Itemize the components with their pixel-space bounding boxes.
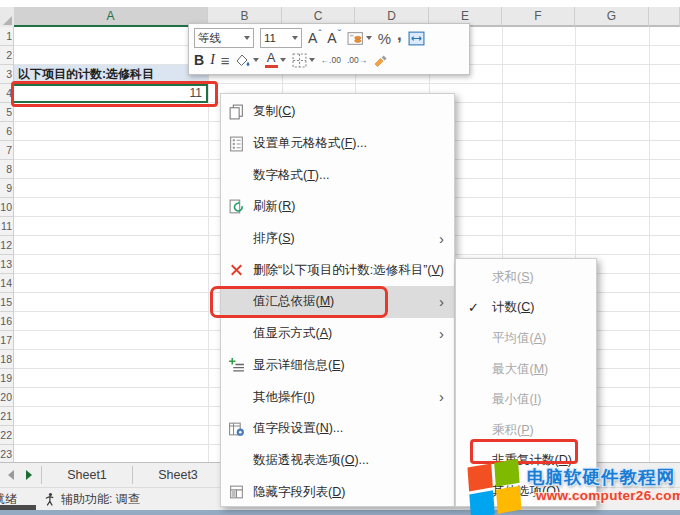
row-header-12[interactable]: 12 — [0, 236, 14, 255]
delete-x-icon — [228, 262, 245, 279]
row-header-10[interactable]: 10 — [0, 198, 14, 217]
submenu-items: 求和(S)✓计数(C)平均值(A)最大值(M)最小值(I)乘积(P)非重复计数(… — [456, 262, 596, 507]
row-header-19[interactable]: 19 — [0, 369, 14, 388]
prev-sheet-icon[interactable] — [7, 470, 15, 480]
row-header-1[interactable]: 1 — [0, 27, 14, 46]
menu-item-refresh[interactable]: 刷新(R) — [221, 191, 454, 223]
menu-item-copy[interactable]: 复制(C) — [221, 96, 454, 128]
accounting-format-button[interactable] — [347, 31, 372, 46]
accessibility-person-icon — [43, 492, 56, 507]
menu-item-show-details[interactable]: 显示详细信息(E) — [221, 350, 454, 382]
field-settings-icon — [228, 420, 245, 437]
comma-style-button[interactable]: , — [397, 28, 402, 48]
column-header-G[interactable]: G — [575, 7, 649, 27]
row-header-16[interactable]: 16 — [0, 312, 14, 331]
submenu-item-max[interactable]: 最大值(M) — [456, 354, 596, 385]
menu-item-label: 复制(C) — [253, 103, 295, 120]
merge-center-button[interactable] — [408, 31, 425, 46]
align-lines-button[interactable]: ≡ — [221, 52, 229, 69]
italic-button[interactable]: I — [210, 52, 215, 68]
annotation-rect-summarize-values — [210, 286, 388, 318]
row-header-13[interactable]: 13 — [0, 255, 14, 274]
sheet-tab-sheet1[interactable]: Sheet1 — [42, 463, 132, 487]
row-header-21[interactable]: 21 — [0, 407, 14, 426]
menu-item-additional-actions[interactable]: 其他操作(I)› — [221, 381, 454, 413]
row-header-8[interactable]: 8 — [0, 160, 14, 179]
menu-item-number-format[interactable]: 数字格式(T)... — [221, 159, 454, 191]
checkmark-icon: ✓ — [468, 300, 479, 315]
select-all-corner[interactable] — [0, 7, 15, 29]
menu-item-label: 其他操作(I) — [253, 389, 315, 406]
submenu-item-count[interactable]: ✓计数(C) — [456, 293, 596, 324]
menu-item-format-cells[interactable]: 设置单元格格式(F)... — [221, 128, 454, 160]
accessibility-status[interactable]: 辅助功能: 调查 — [43, 491, 140, 508]
excel-window: 1234567891011121314151617181920212223 以下… — [0, 0, 680, 515]
row-header-6[interactable]: 6 — [0, 122, 14, 141]
menu-item-label: 值显示方式(A) — [253, 325, 332, 342]
column-header-partial[interactable] — [649, 7, 680, 27]
submenu-item-label: 最大值(M) — [492, 361, 548, 378]
row-header-17[interactable]: 17 — [0, 331, 14, 350]
show-details-icon — [228, 357, 245, 374]
comma-icon: , — [397, 25, 402, 45]
mini-toolbar-row1: 等线 11 Aˆ Aˇ % , — [194, 27, 464, 49]
row-header-23[interactable]: 23 — [0, 445, 14, 462]
font-size-value: 11 — [264, 32, 276, 44]
sheet-tab-sheet3[interactable]: Sheet3 — [133, 463, 223, 487]
font-color-button[interactable]: A — [265, 52, 286, 68]
row-header-14[interactable]: 14 — [0, 274, 14, 293]
row-header-2[interactable]: 2 — [0, 46, 14, 65]
format-painter-icon — [373, 53, 389, 68]
row-header-9[interactable]: 9 — [0, 179, 14, 198]
fill-color-icon — [235, 53, 251, 68]
fill-color-button[interactable] — [235, 53, 259, 68]
shrink-font-button[interactable]: Aˇ — [327, 30, 340, 46]
submenu-item-label: 最小值(I) — [492, 391, 541, 408]
submenu-item-min[interactable]: 最小值(I) — [456, 384, 596, 415]
next-sheet-icon[interactable] — [25, 470, 33, 480]
percent-style-button[interactable]: % — [378, 30, 391, 47]
format-painter-button[interactable] — [373, 53, 389, 68]
increase-decimal-button[interactable]: ←.00 — [321, 55, 341, 65]
submenu-item-more-options[interactable]: 其他选项(O)... — [456, 476, 596, 507]
grow-font-button[interactable]: Aˆ — [308, 30, 321, 46]
menu-item-hide-field-list[interactable]: 隐藏字段列表(D) — [221, 476, 454, 508]
row-header-18[interactable]: 18 — [0, 350, 14, 369]
menu-item-show-values-as[interactable]: 值显示方式(A)› — [221, 318, 454, 350]
submenu-item-sum[interactable]: 求和(S) — [456, 262, 596, 293]
submenu-item-average[interactable]: 平均值(A) — [456, 323, 596, 354]
submenu-item-label: 平均值(A) — [492, 330, 546, 347]
chevron-down-icon — [244, 36, 250, 40]
row-header-22[interactable]: 22 — [0, 426, 14, 445]
menu-item-sort[interactable]: 排序(S)› — [221, 223, 454, 255]
bold-button[interactable]: B — [194, 52, 204, 68]
font-size-select[interactable]: 11 — [260, 28, 302, 48]
row-header-7[interactable]: 7 — [0, 141, 14, 160]
column-header-A[interactable]: A — [14, 7, 208, 27]
top-spacer — [0, 0, 680, 7]
accessibility-label: 辅助功能: 调查 — [61, 491, 140, 508]
menu-item-label: 数据透视表选项(O)... — [253, 452, 369, 469]
menu-item-label: 刷新(R) — [253, 198, 295, 215]
borders-button[interactable] — [292, 53, 315, 68]
row-header-15[interactable]: 15 — [0, 293, 14, 312]
menu-item-label: 设置单元格格式(F)... — [253, 135, 367, 152]
format-cells-icon — [228, 135, 245, 152]
mini-toolbar-row2: B I ≡ A ←.00 .00→ — [194, 49, 464, 71]
merge-center-icon — [408, 31, 425, 46]
row-header-11[interactable]: 11 — [0, 217, 14, 236]
chevron-down-icon — [309, 58, 315, 62]
decrease-decimal-button[interactable]: .00→ — [347, 55, 367, 65]
menu-item-remove-field[interactable]: 删除“以下项目的计数:选修科目”(V) — [221, 254, 454, 286]
chevron-down-icon — [253, 58, 259, 62]
hide-field-list-icon — [228, 484, 245, 501]
font-name-select[interactable]: 等线 — [194, 28, 254, 48]
column-header-F[interactable]: F — [502, 7, 575, 27]
row-header-20[interactable]: 20 — [0, 388, 14, 407]
annotation-rect-cell-a4 — [11, 81, 218, 107]
chevron-down-icon — [366, 36, 372, 40]
menu-item-pivottable-options[interactable]: 数据透视表选项(O)... — [221, 445, 454, 477]
submenu-arrow-icon: › — [439, 388, 444, 405]
menu-item-value-field-settings[interactable]: 值字段设置(N)... — [221, 413, 454, 445]
summarize-values-submenu: 求和(S)✓计数(C)平均值(A)最大值(M)最小值(I)乘积(P)非重复计数(… — [455, 258, 597, 507]
